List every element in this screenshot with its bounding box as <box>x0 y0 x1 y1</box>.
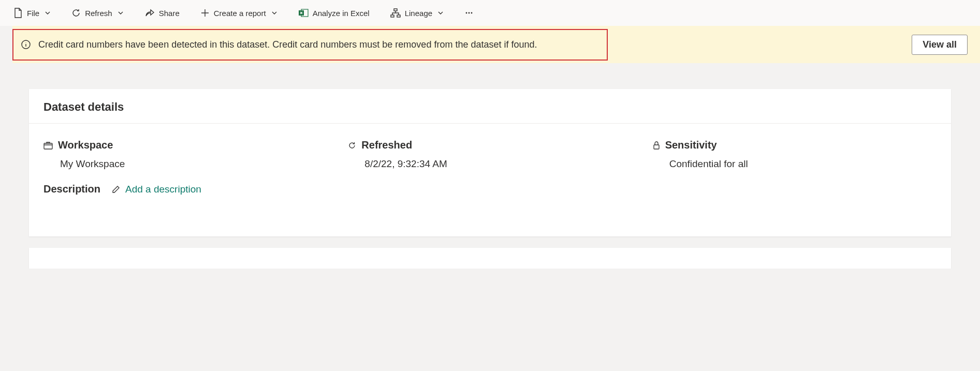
chevron-down-icon <box>271 10 277 16</box>
lock-icon <box>653 141 660 150</box>
dataset-details-title: Dataset details <box>29 89 951 124</box>
refreshed-value: 8/2/22, 9:32:34 AM <box>364 158 632 170</box>
sensitivity-value: Confidential for all <box>669 158 937 170</box>
more-options-button[interactable] <box>459 5 479 21</box>
refresh-label: Refresh <box>85 9 112 18</box>
warning-banner-highlight: Credit card numbers have been detected i… <box>12 29 608 61</box>
chevron-down-icon <box>118 10 124 16</box>
refresh-icon <box>71 8 81 18</box>
share-label: Share <box>159 9 180 18</box>
info-icon <box>21 39 31 50</box>
create-report-label: Create a report <box>214 9 266 18</box>
description-label: Description <box>43 183 100 195</box>
excel-icon <box>298 8 309 18</box>
plus-icon <box>200 8 210 18</box>
view-all-button[interactable]: View all <box>912 35 968 55</box>
content-area: Dataset details Workspace My Workspace R… <box>0 63 980 269</box>
refreshed-meta: Refreshed 8/2/22, 9:32:34 AM <box>348 139 632 170</box>
refresh-icon <box>348 141 356 150</box>
description-row: Description Add a description <box>29 183 951 236</box>
file-menu[interactable]: File <box>8 5 56 21</box>
share-icon <box>144 8 155 18</box>
workspace-icon <box>43 141 53 150</box>
more-icon <box>464 8 474 18</box>
workspace-value: My Workspace <box>60 158 327 170</box>
chevron-down-icon <box>437 10 444 16</box>
lineage-icon <box>390 8 401 18</box>
warning-banner-message: Credit card numbers have been detected i… <box>38 39 537 50</box>
dataset-details-card: Dataset details Workspace My Workspace R… <box>29 89 951 236</box>
lineage-button[interactable]: Lineage <box>385 5 449 21</box>
workspace-label: Workspace <box>58 139 113 151</box>
analyze-excel-button[interactable]: Analyze in Excel <box>293 5 375 21</box>
svg-rect-2 <box>394 9 397 11</box>
analyze-excel-label: Analyze in Excel <box>313 9 370 18</box>
svg-point-7 <box>471 12 473 14</box>
add-description-label: Add a description <box>125 184 201 195</box>
lineage-label: Lineage <box>405 9 432 18</box>
svg-point-6 <box>469 12 470 14</box>
create-report-button[interactable]: Create a report <box>195 5 283 21</box>
warning-banner: Credit card numbers have been detected i… <box>12 26 980 63</box>
svg-rect-9 <box>44 143 52 149</box>
svg-rect-4 <box>397 15 400 17</box>
refreshed-label: Refreshed <box>361 139 412 151</box>
file-icon <box>13 8 23 18</box>
chevron-down-icon <box>45 10 51 16</box>
file-label: File <box>27 9 39 18</box>
add-description-link[interactable]: Add a description <box>112 184 201 195</box>
svg-rect-10 <box>654 145 659 149</box>
svg-rect-3 <box>391 15 394 17</box>
share-button[interactable]: Share <box>139 5 185 21</box>
svg-point-5 <box>466 12 467 14</box>
sensitivity-label: Sensitivity <box>665 139 717 151</box>
edit-icon <box>112 185 120 194</box>
workspace-meta: Workspace My Workspace <box>43 139 327 170</box>
toolbar: File Refresh Share Create a report Analy… <box>0 0 980 26</box>
next-card-placeholder <box>29 248 951 269</box>
refresh-button[interactable]: Refresh <box>66 5 129 21</box>
sensitivity-meta: Sensitivity Confidential for all <box>653 139 937 170</box>
